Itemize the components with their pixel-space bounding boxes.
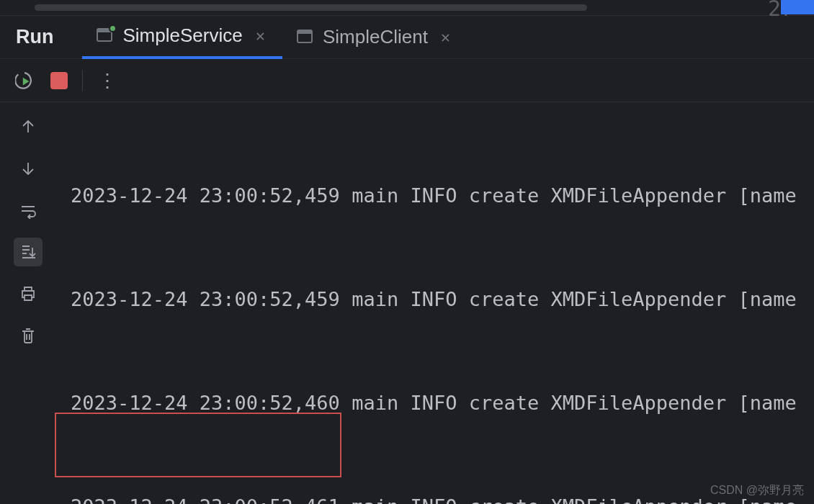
close-icon[interactable]: ✕: [438, 28, 453, 47]
tab-label: SimpleClient: [323, 26, 428, 48]
tab-simpleservice[interactable]: SimpleService ✕: [82, 16, 282, 59]
scroll-to-end-button[interactable]: [14, 238, 43, 266]
stop-button[interactable]: [43, 65, 75, 96]
console-output[interactable]: 2023-12-24 23:00:52,459 main INFO create…: [56, 102, 814, 504]
log-line: 2023-12-24 23:00:52,459 main INFO create…: [71, 179, 814, 213]
rerun-button[interactable]: [9, 65, 40, 96]
tab-simpleclient[interactable]: SimpleClient ✕: [282, 16, 468, 59]
delete-button[interactable]: [14, 321, 43, 350]
log-line: 2023-12-24 23:00:52,461 main INFO create…: [71, 490, 814, 504]
horizontal-scrollbar[interactable]: [35, 4, 587, 11]
toolbar-divider: [82, 70, 83, 91]
main-area: 2023-12-24 23:00:52,459 main INFO create…: [0, 102, 814, 504]
close-icon[interactable]: ✕: [253, 27, 268, 45]
run-toolbar: ⋮: [0, 59, 814, 102]
watermark-text: CSDN @弥野月亮: [710, 483, 804, 498]
up-arrow-button[interactable]: [14, 112, 43, 141]
more-actions-button[interactable]: ⋮: [90, 65, 122, 96]
run-config-icon: [97, 28, 112, 44]
run-tab-row: Run SimpleService ✕ SimpleClient ✕: [0, 16, 814, 59]
kebab-icon: ⋮: [98, 70, 114, 91]
log-line: 2023-12-24 23:00:52,460 main INFO create…: [71, 386, 814, 420]
run-config-icon: [297, 30, 313, 45]
top-bar: 27: [0, 0, 814, 16]
down-arrow-button[interactable]: [14, 154, 43, 183]
console-gutter: [0, 102, 56, 504]
stop-icon: [50, 72, 68, 89]
tab-label: SimpleService: [122, 24, 242, 47]
top-right-accent: [781, 0, 814, 14]
log-line: 2023-12-24 23:00:52,459 main INFO create…: [71, 282, 814, 317]
run-tool-label: Run: [16, 26, 53, 48]
running-indicator-icon: [109, 24, 117, 32]
soft-wrap-button[interactable]: [14, 196, 43, 225]
print-button[interactable]: [14, 279, 43, 308]
